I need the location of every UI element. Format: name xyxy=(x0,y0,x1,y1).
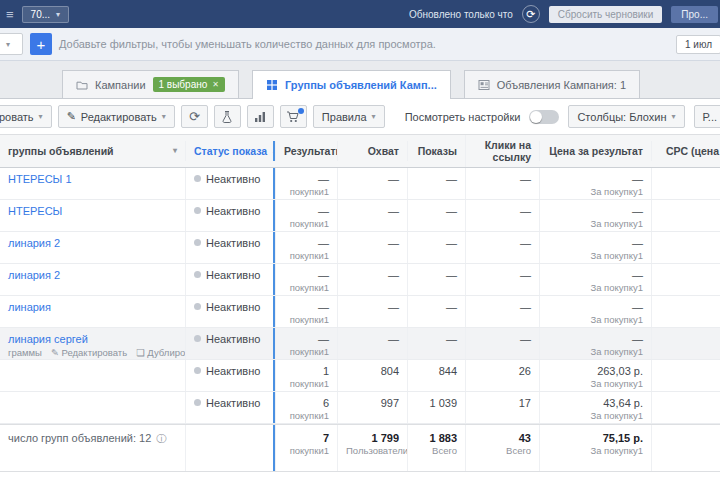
delivery-status-cell: Неактивно xyxy=(185,296,275,327)
table-row[interactable]: линария Неактивно — покупки1 — — — — За … xyxy=(0,296,720,328)
table-row[interactable]: Неактивно 1 покупки1 804 844 26 263,03 р… xyxy=(0,360,720,392)
chevron-down-icon: ▾ xyxy=(39,112,43,121)
adset-name-link[interactable]: линария сергей xyxy=(8,333,177,345)
status-label: Неактивно xyxy=(206,333,260,345)
cpc-cell xyxy=(651,200,720,231)
link-clicks-cell: 17 xyxy=(465,392,539,423)
refresh-icon[interactable]: ⟳ xyxy=(522,5,540,23)
adset-name-cell: НТЕРЕСЫ 1 xyxy=(0,168,185,199)
impressions-cell: — xyxy=(407,232,465,263)
duplicate-adset-link[interactable]: Дублировать xyxy=(136,347,185,358)
status-label: Неактивно xyxy=(206,237,260,249)
table-row[interactable]: НТЕРЕСЫ Неактивно — покупки1 — — — — За … xyxy=(0,200,720,232)
delivery-status-cell: Неактивно xyxy=(185,360,275,391)
table-row[interactable]: НТЕРЕСЫ 1 Неактивно — покупки1 — — — — З… xyxy=(0,168,720,200)
status-dot-icon xyxy=(194,399,201,406)
ab-test-button[interactable] xyxy=(214,105,241,128)
cost-per-result-cell: — За покупку1 xyxy=(539,200,651,231)
column-header-link-clicks[interactable]: Клики на ссылку xyxy=(465,135,539,167)
rules-button-label: Правила xyxy=(322,111,367,123)
edit-adset-link[interactable]: Редактировать xyxy=(51,347,127,358)
column-header-adset-name-label: группы объявлений xyxy=(8,145,114,157)
column-header-impressions[interactable]: Показы xyxy=(407,141,465,161)
reach-cell: 804 xyxy=(337,360,407,391)
column-header-cost-per-result[interactable]: Цена за результат xyxy=(539,141,651,161)
adset-name-cell xyxy=(0,392,185,423)
cpc-cell xyxy=(651,296,720,327)
totals-cost-cell: 75,15 р. За покупку1 xyxy=(539,425,651,471)
totals-reach-cell: 1 799 Пользователи xyxy=(337,425,407,471)
totals-status-cell xyxy=(185,425,275,471)
adset-name-cell: НТЕРЕСЫ xyxy=(0,200,185,231)
edit-button[interactable]: ✎ Редактировать ▾ xyxy=(58,105,175,128)
link-clicks-cell: — xyxy=(465,232,539,263)
tab-campaigns[interactable]: Кампании 1 выбрано ✕ xyxy=(62,70,239,98)
cost-per-result-cell: — За покупку1 xyxy=(539,232,651,263)
column-header-cpc[interactable]: CPC (цена за клик) xyxy=(651,141,720,161)
column-header-adset-name[interactable]: группы объявлений ▾ xyxy=(0,141,185,161)
breakdown-button[interactable]: Р... xyxy=(694,105,720,128)
add-filter-button[interactable]: + xyxy=(30,33,52,55)
delivery-status-cell: Неактивно xyxy=(185,392,275,423)
view-settings-toggle[interactable] xyxy=(529,110,559,124)
adset-name-link[interactable]: линария xyxy=(8,301,177,313)
delivery-status-cell: Неактивно xyxy=(185,264,275,295)
date-range-selector[interactable]: 1 июл xyxy=(676,35,720,54)
bar-chart-icon xyxy=(253,110,267,124)
columns-button[interactable]: Столбцы: Блохин ▾ xyxy=(568,105,684,128)
column-header-delivery-status[interactable]: Статус показа ▲ xyxy=(185,141,275,161)
account-selector[interactable]: 70... ▾ xyxy=(22,6,69,23)
view-charts-link[interactable]: граммы xyxy=(8,347,42,358)
chevron-down-icon: ▾ xyxy=(56,10,60,19)
results-cell: — покупки1 xyxy=(275,328,337,359)
table-row[interactable]: Неактивно 6 покупки1 997 1 039 17 43,64 … xyxy=(0,392,720,424)
adset-name-link[interactable]: линария 2 xyxy=(8,237,177,249)
chevron-down-icon[interactable]: ▾ xyxy=(173,146,177,155)
charts-button[interactable] xyxy=(247,105,274,128)
discard-drafts-button[interactable]: Сбросить черновики xyxy=(549,6,663,23)
tab-campaigns-label: Кампании xyxy=(95,79,146,91)
column-header-reach[interactable]: Охват xyxy=(337,141,407,161)
column-header-results[interactable]: Результаты xyxy=(275,141,337,161)
cost-per-result-cell: — За покупку1 xyxy=(539,296,651,327)
reach-cell: 997 xyxy=(337,392,407,423)
table-row[interactable]: линария 2 Неактивно — покупки1 — — — — З… xyxy=(0,264,720,296)
revert-button[interactable]: ⟳ xyxy=(181,105,208,128)
pencil-icon: ✎ xyxy=(67,110,76,123)
tab-ads[interactable]: Объявления Кампания: 1 xyxy=(464,70,640,98)
filter-placeholder-text[interactable]: Добавьте фильтры, чтобы уменьшать количе… xyxy=(59,38,436,50)
rules-button[interactable]: Правила ▾ xyxy=(313,105,385,128)
table-row[interactable]: линария 2 Неактивно — покупки1 — — — — З… xyxy=(0,232,720,264)
reach-cell: — xyxy=(337,328,407,359)
adset-name-link[interactable]: НТЕРЕСЫ xyxy=(8,205,177,217)
hamburger-menu-icon[interactable]: ≡ xyxy=(6,7,14,22)
chevron-down-icon: ▾ xyxy=(162,112,166,121)
reach-cell: — xyxy=(337,296,407,327)
selected-count-badge[interactable]: 1 выбрано ✕ xyxy=(153,77,225,92)
table-row[interactable]: линария сергей граммы Редактировать Дубл… xyxy=(0,328,720,360)
close-icon[interactable]: ✕ xyxy=(212,80,219,89)
cost-per-result-cell: 43,64 р. За покупку1 xyxy=(539,392,651,423)
status-dot-icon xyxy=(194,271,201,278)
level-tabs: Кампании 1 выбрано ✕ Группы объявлений К… xyxy=(0,61,720,98)
results-cell: 6 покупки1 xyxy=(275,392,337,423)
filter-bar: ▾ + Добавьте фильтры, чтобы уменьшать ко… xyxy=(0,28,720,61)
status-label: Неактивно xyxy=(206,397,260,409)
tab-adsets[interactable]: Группы объявлений Камп... xyxy=(252,70,451,99)
cpc-cell xyxy=(651,328,720,359)
duplicate-button[interactable]: ровать ▾ xyxy=(0,105,52,128)
impressions-cell: — xyxy=(407,168,465,199)
toggle-knob xyxy=(530,111,542,123)
totals-results-cell: 7 покупки1 xyxy=(275,425,337,471)
saved-filters-dropdown[interactable]: ▾ xyxy=(0,33,23,55)
adsets-grid-icon xyxy=(266,79,278,91)
cart-button[interactable] xyxy=(280,105,307,128)
status-label: Неактивно xyxy=(206,205,260,217)
adset-name-link[interactable]: НТЕРЕСЫ 1 xyxy=(8,173,177,185)
cost-per-result-cell: — За покупку1 xyxy=(539,328,651,359)
adset-name-cell: линария 2 xyxy=(0,264,185,295)
reach-cell: — xyxy=(337,200,407,231)
adset-name-link[interactable]: линария 2 xyxy=(8,269,177,281)
info-icon[interactable]: ⓘ xyxy=(156,432,166,446)
review-publish-button[interactable]: Про... xyxy=(671,6,718,23)
